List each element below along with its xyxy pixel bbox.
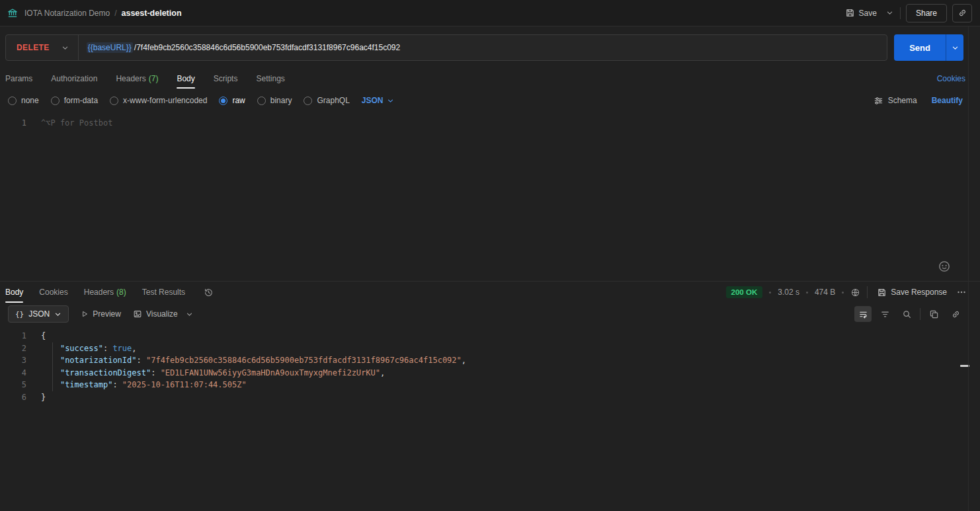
beautify-button[interactable]: Beautify (932, 96, 963, 105)
radio-icon (8, 97, 17, 105)
preview-label: Preview (93, 309, 121, 319)
schema-button[interactable]: Schema (874, 96, 917, 106)
radio-icon (51, 97, 60, 105)
save-button[interactable]: Save (842, 5, 879, 20)
breadcrumb-group: IOTA Notarization Demo / assest-deletion (7, 7, 182, 19)
cookies-link[interactable]: Cookies (937, 74, 965, 83)
search-button[interactable] (898, 306, 915, 322)
tab-count: (8) (116, 288, 126, 297)
response-toolbar-right (854, 306, 964, 322)
code-line: 4 "transactionDigest": "ED1LFAN1UNw56iyy… (0, 367, 980, 379)
send-options-chevron[interactable] (946, 34, 963, 61)
response-time[interactable]: 3.02 s (778, 288, 799, 297)
request-body-editor[interactable]: 1 ^⌥P for Postbot (0, 112, 980, 281)
language-label: JSON (362, 96, 384, 105)
editor-placeholder: ^⌥P for Postbot (26, 117, 112, 130)
visualize-options-chevron[interactable] (186, 311, 193, 318)
tab-label: Settings (256, 74, 284, 83)
radio-label: raw (232, 96, 245, 105)
response-format-selector[interactable]: {} JSON (8, 305, 69, 323)
radio-binary[interactable]: binary (257, 96, 292, 105)
radio-x-www-form-urlencoded[interactable]: x-www-form-urlencoded (110, 96, 207, 105)
method-selector[interactable]: DELETE (6, 35, 79, 60)
response-size[interactable]: 474 B (815, 288, 835, 297)
share-button[interactable]: Share (906, 4, 947, 22)
tab-headers[interactable]: Headers(7) (116, 69, 158, 89)
postbot-button[interactable] (938, 260, 951, 273)
response-body-editor[interactable]: 1{2 "success": true,3 "notarizationId": … (0, 325, 980, 511)
filter-icon (880, 309, 890, 319)
code-line: 1{ (0, 330, 980, 342)
tab-scripts[interactable]: Scripts (214, 69, 238, 89)
app-root: IOTA Notarization Demo / assest-deletion… (0, 0, 980, 511)
response-tab-headers[interactable]: Headers(8) (84, 282, 126, 303)
network-globe-button[interactable] (850, 288, 860, 297)
schema-label: Schema (888, 96, 917, 105)
postbot-icon (938, 260, 951, 273)
radio-none[interactable]: none (8, 96, 39, 105)
workspace-logo-icon[interactable] (7, 7, 19, 19)
tab-label: Cookies (39, 288, 67, 297)
visualize-button[interactable]: Visualize (133, 309, 178, 319)
preview-button[interactable]: Preview (81, 309, 121, 319)
line-number: 5 (0, 379, 26, 391)
code-line: 2 "success": true, (0, 342, 980, 355)
response-tab-test-results[interactable]: Test Results (142, 282, 185, 303)
toolbar-divider (920, 308, 920, 320)
tab-params[interactable]: Params (5, 69, 32, 89)
save-options-chevron[interactable] (885, 7, 895, 19)
link-icon (958, 8, 967, 18)
tab-body[interactable]: Body (177, 69, 194, 89)
body-type-options: none form-data x-www-form-urlencoded raw… (0, 89, 980, 112)
line-number: 3 (0, 354, 26, 367)
code-content: "timestamp": "2025-10-16T11:07:44.505Z" (26, 379, 247, 391)
meta-divider (867, 286, 868, 298)
request-bar: DELETE {{baseURL}} /7f4feb9cb2560c358846… (0, 26, 980, 69)
response-tab-body[interactable]: Body (5, 282, 23, 303)
save-response-button[interactable]: Save Response (874, 285, 950, 300)
indent-guide (52, 342, 53, 391)
share-response-link-button[interactable] (947, 306, 964, 322)
chevron-down-icon (54, 311, 61, 318)
response-format-label: JSON (28, 309, 50, 319)
response-history-button[interactable] (204, 288, 214, 297)
tab-label: Headers (116, 74, 145, 83)
radio-label: GraphQL (317, 96, 349, 105)
ellipsis-icon (956, 287, 967, 297)
url-variable[interactable]: {{baseURL}} (87, 42, 133, 53)
tab-settings[interactable]: Settings (256, 69, 284, 89)
code-content: "notarizationId": "7f4feb9cb2560c358846c… (26, 354, 466, 367)
radio-graphql[interactable]: GraphQL (304, 96, 349, 105)
send-button[interactable]: Send (894, 34, 946, 61)
body-language-selector[interactable]: JSON (362, 96, 394, 105)
chevron-down-icon (886, 9, 893, 17)
breadcrumb: IOTA Notarization Demo / assest-deletion (24, 9, 182, 18)
more-actions-button[interactable] (956, 287, 967, 297)
response-code: 1{2 "success": true,3 "notarizationId": … (0, 330, 980, 403)
globe-icon (850, 288, 860, 297)
save-label: Save (859, 9, 877, 18)
status-badge[interactable]: 200 OK (726, 286, 763, 298)
response-toolbar: {} JSON Preview Visualize (0, 303, 980, 325)
chevron-down-icon (387, 97, 394, 104)
copy-link-button[interactable] (952, 4, 972, 22)
scrollbar-track[interactable] (968, 26, 969, 511)
radio-form-data[interactable]: form-data (51, 96, 98, 105)
code-content: } (26, 391, 46, 404)
copy-button[interactable] (925, 306, 942, 322)
radio-icon (257, 97, 266, 105)
url-path: /7f4feb9cb2560c358846c6d56b5900eb753fdfa… (134, 43, 400, 52)
breadcrumb-workspace[interactable]: IOTA Notarization Demo (24, 9, 110, 18)
wrap-text-icon (858, 309, 868, 319)
send-button-group: Send (894, 34, 963, 61)
radio-raw[interactable]: raw (219, 96, 245, 105)
breadcrumb-request-name[interactable]: assest-deletion (122, 9, 182, 18)
code-content: "transactionDigest": "ED1LFAN1UNw56iyyG3… (26, 367, 385, 379)
line-number: 1 (0, 330, 26, 342)
tab-authorization[interactable]: Authorization (51, 69, 97, 89)
response-tab-cookies[interactable]: Cookies (39, 282, 67, 303)
wrap-text-button[interactable] (854, 306, 872, 322)
filter-button[interactable] (876, 306, 893, 322)
method-label: DELETE (17, 43, 50, 52)
url-input[interactable]: {{baseURL}} /7f4feb9cb2560c358846c6d56b5… (79, 35, 887, 60)
